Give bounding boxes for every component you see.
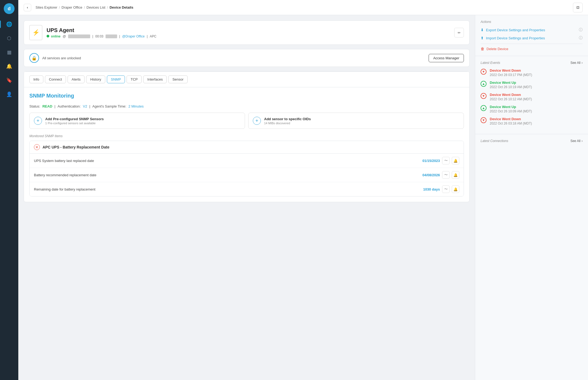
event-item-1: ▲ Device Went Up 2022 Oct 26 10:19 AM (M… xyxy=(481,81,583,89)
status-dot xyxy=(47,35,49,37)
meta-pipe-2: | xyxy=(119,34,120,38)
connections-see-all[interactable]: See All › xyxy=(570,139,583,143)
event-time-4: 2022 Oct 26 03:18 AM (MDT) xyxy=(490,122,532,125)
back-button[interactable]: ‹ xyxy=(24,4,31,11)
breadcrumb-sites-explorer[interactable]: Sites Explorer xyxy=(36,5,57,9)
export-link[interactable]: ⬇ Export Device Settings and Properties xyxy=(481,28,545,32)
auth-value[interactable]: V2 xyxy=(83,104,87,108)
add-preconfigured-button[interactable]: + Add Pre-configured SNMP Sensors 1 Pre-… xyxy=(29,113,245,129)
sensor-chart-btn-0[interactable]: 〜 xyxy=(442,157,450,164)
device-location-link[interactable]: @Draper Office xyxy=(122,34,145,38)
snmp-status-value: READ xyxy=(42,104,52,108)
import-action: ⬆ Import Device Settings and Properties … xyxy=(481,36,583,40)
meta-pipe-3: | xyxy=(147,34,148,38)
book-icon-button[interactable]: ⊡ xyxy=(573,3,583,12)
access-bar: 🔒 All services are unlocked Access Manag… xyxy=(24,49,470,67)
sensor-value-2[interactable]: 1030 days xyxy=(423,187,440,191)
tab-snmp[interactable]: SNMP xyxy=(107,75,125,83)
connections-section: Latest Connections See All › xyxy=(475,134,588,148)
grid-icon: ▦ xyxy=(7,49,12,55)
sensor-remove-button[interactable]: ✕ xyxy=(34,144,40,150)
device-panel: ⚡ UPS Agent online @ xxx.xxx.xxx.xxx | 0… xyxy=(18,15,475,380)
sensor-group-name: APC UPS - Battery Replacement Date xyxy=(43,145,109,149)
device-uptime: xx:xx:xx xyxy=(106,34,117,38)
access-manager-button[interactable]: Access Manager xyxy=(429,54,464,62)
sensor-alert-btn-2[interactable]: 🔔 xyxy=(452,185,459,193)
tab-history[interactable]: History xyxy=(86,75,105,83)
event-label-1: Device Went Up xyxy=(490,81,532,85)
device-info: UPS Agent online @ xxx.xxx.xxx.xxx | 00:… xyxy=(47,27,450,38)
breadcrumb-sep-3: / xyxy=(107,5,108,9)
sensor-value-1[interactable]: 04/08/2026 xyxy=(422,173,440,177)
event-label-0: Device Went Down xyxy=(490,68,532,72)
event-icon-up-3: ▲ xyxy=(481,105,486,111)
sensor-value-0[interactable]: 01/15/2023 xyxy=(422,159,440,163)
connections-header: Latest Connections See All › xyxy=(481,139,583,143)
device-edit-button[interactable]: ✏ xyxy=(454,28,464,37)
sensor-chart-btn-1[interactable]: 〜 xyxy=(442,171,450,179)
event-text-4: Device Went Down 2022 Oct 26 03:18 AM (M… xyxy=(490,117,532,125)
events-see-all[interactable]: See All › xyxy=(570,61,583,65)
event-icon-down-0: ▼ xyxy=(481,69,486,75)
right-panel: Actions ⬇ Export Device Settings and Pro… xyxy=(475,15,588,380)
event-time-3: 2022 Oct 26 10:09 AM (MDT) xyxy=(490,109,532,113)
sensor-row-2: Remaining date for battery replacement 1… xyxy=(30,182,464,196)
sensor-chart-btn-2[interactable]: 〜 xyxy=(442,185,450,193)
event-item-4: ▼ Device Went Down 2022 Oct 26 03:18 AM … xyxy=(481,117,583,125)
import-link[interactable]: ⬆ Import Device Settings and Properties xyxy=(481,36,545,40)
sidebar-item-bell[interactable]: 🔔 xyxy=(3,60,15,72)
sidebar-item-globe[interactable]: 🌐 xyxy=(3,18,15,30)
sample-pipe: | xyxy=(89,104,90,108)
delete-icon: 🗑 xyxy=(481,47,484,51)
access-left: 🔒 All services are unlocked xyxy=(29,53,81,63)
sample-value[interactable]: 2 Minutes xyxy=(128,104,144,108)
event-icon-down-2: ▼ xyxy=(481,93,486,99)
sidebar-item-user[interactable]: 👤 xyxy=(3,88,15,100)
auth-label: Authentication: xyxy=(58,104,81,108)
tab-tcp[interactable]: TCP xyxy=(127,75,142,83)
events-title: Latest Events xyxy=(481,61,500,65)
tab-alerts[interactable]: Alerts xyxy=(68,75,85,83)
sidebar-item-tag[interactable]: 🔖 xyxy=(3,74,15,86)
event-time-1: 2022 Oct 26 10:19 AM (MDT) xyxy=(490,85,532,89)
tab-sensor[interactable]: Sensor xyxy=(168,75,187,83)
event-icon-down-4: ▼ xyxy=(481,117,486,123)
delete-device-link[interactable]: 🗑 Delete Device xyxy=(481,47,583,51)
import-help-icon[interactable]: ⓘ xyxy=(579,36,583,40)
snmp-content: SNMP Monitoring Status: READ | Authentic… xyxy=(24,87,469,202)
add-oid-button[interactable]: + Add sensor to specific OIDs 14 MIBs di… xyxy=(248,113,464,129)
see-all-chevron: › xyxy=(582,61,583,65)
sensor-label-1: Battery recommended replacement date xyxy=(34,173,96,177)
hex-icon: ⬡ xyxy=(7,35,11,41)
device-uptime-prefix: 00:03 xyxy=(95,34,103,38)
meta-at: @ xyxy=(63,34,66,38)
device-header-card: ⚡ UPS Agent online @ xxx.xxx.xxx.xxx | 0… xyxy=(24,20,470,45)
app-logo[interactable]: d xyxy=(4,3,15,14)
sensor-value-row-2: 1030 days 〜 🔔 xyxy=(423,185,459,193)
add-preconfigured-text: Add Pre-configured SNMP Sensors 1 Pre-co… xyxy=(45,117,104,125)
breadcrumb-draper-office[interactable]: Draper Office xyxy=(62,5,82,9)
auth-pipe: | xyxy=(54,104,55,108)
device-meta: online @ xxx.xxx.xxx.xxx | 00:03 xx:xx:x… xyxy=(47,34,450,38)
breadcrumb-devices-list[interactable]: Devices List xyxy=(86,5,105,9)
sensor-alert-btn-1[interactable]: 🔔 xyxy=(452,171,459,179)
export-help-icon[interactable]: ⓘ xyxy=(579,27,583,32)
add-oid-title: Add sensor to specific OIDs xyxy=(264,117,311,121)
event-label-4: Device Went Down xyxy=(490,117,532,121)
sidebar-item-hex[interactable]: ⬡ xyxy=(3,32,15,44)
sidebar-item-grid[interactable]: ▦ xyxy=(3,46,15,58)
event-time-2: 2022 Oct 26 10:12 AM (MDT) xyxy=(490,97,532,101)
device-ip: xxx.xxx.xxx.xxx xyxy=(68,34,90,38)
connections-title: Latest Connections xyxy=(481,139,508,143)
plus-icon-oid: + xyxy=(253,117,261,125)
tab-connect[interactable]: Connect xyxy=(45,75,66,83)
globe-icon: 🌐 xyxy=(6,21,12,27)
tab-info[interactable]: Info xyxy=(29,75,43,83)
connections-chevron: › xyxy=(582,139,583,143)
device-type: APC xyxy=(150,34,156,38)
event-text-2: Device Went Down 2022 Oct 26 10:12 AM (M… xyxy=(490,93,532,101)
sensor-alert-btn-0[interactable]: 🔔 xyxy=(452,157,459,164)
tab-interfaces[interactable]: Interfaces xyxy=(143,75,167,83)
event-item-3: ▲ Device Went Up 2022 Oct 26 10:09 AM (M… xyxy=(481,105,583,113)
add-preconfigured-title: Add Pre-configured SNMP Sensors xyxy=(45,117,104,121)
